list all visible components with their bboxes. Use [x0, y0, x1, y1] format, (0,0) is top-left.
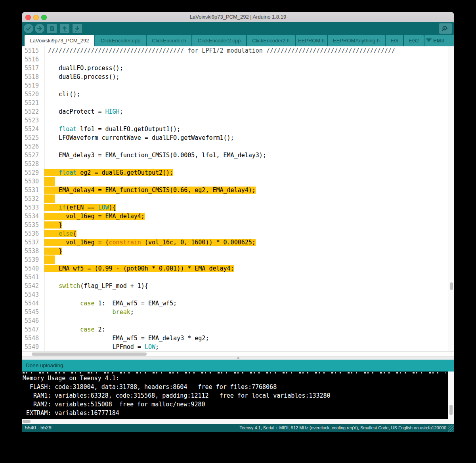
line-number: 5547 — [22, 325, 44, 334]
tab-EG[interactable]: EG — [386, 35, 403, 46]
new-sketch-button[interactable] — [47, 24, 57, 33]
code-text[interactable]: EMA_wf5 = EMA_delay3 * eg2; — [44, 334, 448, 343]
code-segment: } — [44, 248, 62, 255]
resize-grip-icon[interactable] — [448, 425, 454, 432]
code-segment — [44, 204, 59, 211]
code-text[interactable]: if(efEN == LOW){ — [44, 203, 448, 212]
code-editor[interactable]: 5515 ///////////////////////////////////… — [22, 46, 454, 356]
editor-console-splitter[interactable] — [22, 356, 454, 360]
console-clipped-line — [23, 372, 445, 373]
code-text[interactable]: dualLFO.process(); — [44, 64, 448, 72]
editor-vertical-scrollbar[interactable] — [448, 46, 454, 351]
code-region[interactable]: 5515 ///////////////////////////////////… — [22, 46, 448, 351]
code-segment: dualLFO.process(); — [44, 65, 123, 72]
code-text[interactable] — [44, 290, 448, 299]
console-vertical-scrollbar[interactable] — [448, 372, 454, 419]
board-info: Teensy 4.1, Serial + MIDI, 912 MHz (over… — [240, 424, 447, 432]
line-number: 5527 — [22, 151, 44, 160]
code-text[interactable]: case 2: — [44, 325, 448, 334]
console-line: FLASH: code:318004, data:31788, headers:… — [22, 383, 448, 391]
tab-EEPROMAnything.h[interactable]: EEPROMAnything.h — [328, 35, 385, 46]
serial-monitor-button[interactable] — [439, 23, 452, 34]
code-text[interactable] — [44, 316, 448, 325]
line-number: 5518 — [22, 72, 44, 81]
upload-button[interactable] — [35, 24, 44, 33]
code-line: 5539 — [22, 255, 448, 264]
code-text[interactable] — [44, 116, 448, 125]
tab-ClickEncoder.cpp[interactable]: ClickEncoder.cpp — [95, 35, 146, 46]
code-text[interactable]: else{ — [44, 229, 448, 238]
code-text[interactable]: cli(); — [44, 90, 448, 99]
code-text[interactable]: EMA_delay4 = EMA_function_CMSIS(0.66, eg… — [44, 186, 448, 194]
code-text[interactable]: dualEG.process(); — [44, 72, 448, 81]
code-text[interactable]: } — [44, 221, 448, 229]
tab-ClickEncoder2.cpp[interactable]: ClickEncoder2.cpp — [192, 35, 246, 46]
splitter-handle[interactable] — [237, 357, 239, 359]
code-text[interactable]: EMA_wf5 = (0.99 - (pot00h * 0.001)) * EM… — [44, 264, 448, 273]
code-text[interactable]: dacProtect = HIGH; — [44, 107, 448, 116]
code-text[interactable]: float lfo1 = dualLFO.getOutput1(); — [44, 125, 448, 133]
console-output[interactable]: Memory Usage on Teensy 4.1: FLASH: code:… — [22, 372, 448, 419]
status-bar: 5540 - 5529 Teensy 4.1, Serial + MIDI, 9… — [22, 424, 454, 432]
code-text[interactable] — [44, 177, 448, 186]
tab-EG2[interactable]: EG2 — [404, 35, 424, 46]
code-text[interactable] — [44, 81, 448, 90]
selection-highlight-stub — [44, 255, 55, 264]
code-segment: } — [44, 221, 62, 229]
code-segment: (vol_16c, 0, 1600)) * 0.000625; — [141, 239, 256, 246]
code-line: 5542 switch(flag_LPF_mod + 1){ — [22, 282, 448, 290]
console-vertical-scrollbar-thumb[interactable] — [449, 405, 453, 415]
line-number: 5538 — [22, 247, 44, 255]
console-line: EXTRAM: variables:16777184 — [22, 409, 448, 417]
editor-vertical-scrollbar-thumb[interactable] — [450, 282, 453, 290]
code-text[interactable] — [44, 55, 448, 64]
editor-horizontal-scrollbar-thumb[interactable] — [32, 352, 147, 356]
code-text[interactable]: vol_16eg = (constrain (vol_16c, 0, 1600)… — [44, 238, 448, 247]
code-text[interactable]: break; — [44, 308, 448, 316]
code-text[interactable]: LFOWaveform currentWave = dualLFO.getWav… — [44, 133, 448, 142]
code-text[interactable]: ////////////////////////////////////// f… — [44, 46, 448, 55]
code-text[interactable]: switch(flag_LPF_mod + 1){ — [44, 282, 448, 290]
code-line: 5538 } — [22, 247, 448, 255]
code-line: 5529 float eg2 = dualEG.getOutput2(); — [22, 168, 448, 177]
console-line: RAM1: variables:63328, code:315568, padd… — [22, 391, 448, 400]
tab-ClickEncoder2.h[interactable]: ClickEncoder2.h — [247, 35, 295, 46]
code-line: 5517 dualLFO.process(); — [22, 64, 448, 72]
tab-LaVoixski9p73_PCM_292[interactable]: LaVoixski9p73_PCM_292 — [25, 35, 94, 46]
code-text[interactable] — [44, 194, 448, 203]
code-text[interactable] — [44, 273, 448, 282]
line-number: 5546 — [22, 316, 44, 325]
save-sketch-button[interactable] — [73, 24, 82, 33]
code-line: 5545 break; — [22, 308, 448, 316]
code-segment: EMA_wf5 = EMA_delay3 * eg2; — [44, 335, 209, 342]
code-text[interactable]: EMA_delay3 = EMA_function_CMSIS(0.0005, … — [44, 151, 448, 160]
code-text[interactable] — [44, 255, 448, 264]
code-text[interactable] — [44, 142, 448, 151]
code-text[interactable]: float eg2 = dualEG.getOutput2(); — [44, 168, 448, 177]
code-line: 5515 ///////////////////////////////////… — [22, 46, 448, 55]
code-text[interactable] — [44, 99, 448, 107]
line-number: 5528 — [22, 160, 44, 168]
tab-ClickEncoder.h[interactable]: ClickEncoder.h — [147, 35, 191, 46]
code-text[interactable] — [44, 160, 448, 168]
code-text[interactable]: LPFmod = LOW; — [44, 343, 448, 351]
code-line: 5527 EMA_delay3 = EMA_function_CMSIS(0.0… — [22, 151, 448, 160]
tab-list-dropdown-icon[interactable] — [426, 38, 432, 42]
code-segment: vol_16eg = ( — [44, 239, 109, 246]
code-segment — [44, 309, 113, 316]
code-segment: float — [59, 126, 76, 133]
open-sketch-button[interactable] — [60, 24, 69, 33]
code-text[interactable]: case 1: EMA_wf5 = EMA_wf5; — [44, 299, 448, 308]
console-horizontal-scrollbar[interactable] — [22, 419, 454, 424]
code-text[interactable]: } — [44, 247, 448, 255]
upload-status-message: Done uploading. — [26, 362, 65, 368]
tab-partial-label[interactable]: elect — [434, 35, 454, 46]
editor-horizontal-scrollbar[interactable] — [22, 351, 454, 356]
selection-highlight: EMA_wf5 = (0.99 - (pot00h * 0.001)) * EM… — [44, 265, 234, 272]
code-text[interactable]: vol_16eg = EMA_delay4; — [44, 212, 448, 221]
tab-EEPROM.h[interactable]: EEPROM.h — [296, 35, 327, 46]
line-number: 5542 — [22, 282, 44, 290]
console-horizontal-scrollbar-thumb[interactable] — [23, 420, 31, 423]
verify-button[interactable] — [24, 24, 33, 33]
code-line: 5519 — [22, 81, 448, 90]
